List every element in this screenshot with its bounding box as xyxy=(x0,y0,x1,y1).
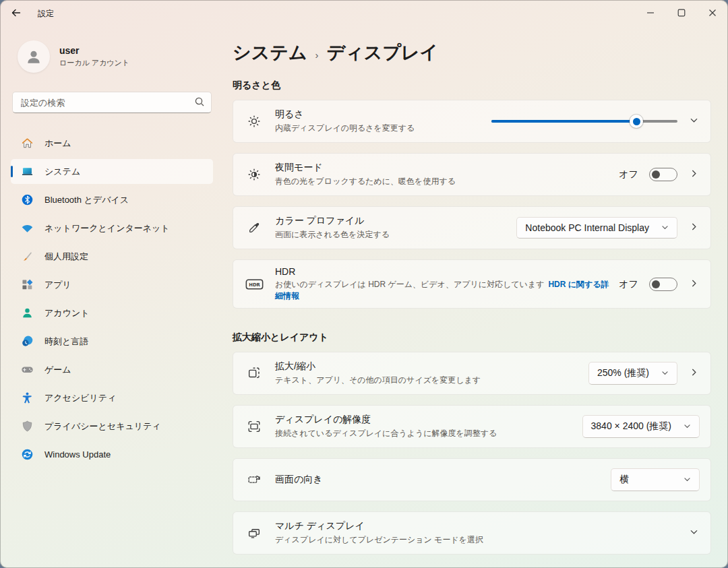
brightness-slider[interactable] xyxy=(491,115,677,128)
multi-display-title: マルチ ディスプレイ xyxy=(275,520,483,532)
multi-display-subtitle: ディスプレイに対してプレゼンテーション モードを選択 xyxy=(275,534,483,546)
section-title-brightness-color: 明るさと色 xyxy=(233,80,711,92)
settings-window: 設定 user ローカル アカウント xyxy=(0,0,728,568)
sidebar: user ローカル アカウント ホーム システム Bluetooth とデバイス xyxy=(0,27,224,568)
dropdown-value: Notebook PC Internal Display xyxy=(525,222,649,233)
maximize-button[interactable] xyxy=(666,0,697,27)
multi-display-row[interactable]: マルチ ディスプレイ ディスプレイに対してプレゼンテーション モードを選択 xyxy=(233,511,711,555)
sidebar-item-label: Windows Update xyxy=(44,449,111,460)
sidebar-item-windows-update[interactable]: Windows Update xyxy=(11,442,213,467)
night-light-navigate-button[interactable] xyxy=(688,168,700,181)
sidebar-item-apps[interactable]: アプリ xyxy=(11,272,213,297)
slider-thumb[interactable] xyxy=(630,115,643,128)
chevron-right-icon xyxy=(690,279,698,290)
toggle-knob xyxy=(652,170,660,179)
dropdown-value: 横 xyxy=(619,474,629,486)
window-controls xyxy=(635,0,728,27)
brightness-row[interactable]: 明るさ 内蔵ディスプレイの明るさを変更する xyxy=(233,100,711,143)
sidebar-item-label: 時刻と言語 xyxy=(44,336,88,348)
sidebar-item-label: システム xyxy=(44,166,80,178)
resolution-icon xyxy=(244,419,264,434)
color-profile-dropdown[interactable]: Notebook PC Internal Display xyxy=(516,217,677,239)
hdr-icon: HDR xyxy=(244,278,264,291)
hdr-navigate-button[interactable] xyxy=(688,278,700,291)
hdr-subtitle: お使いのディスプレイは HDR ゲーム、ビデオ、アプリに対応しています xyxy=(275,280,544,289)
scale-navigate-button[interactable] xyxy=(688,367,700,380)
sidebar-item-accounts[interactable]: アカウント xyxy=(11,301,213,325)
sidebar-item-system[interactable]: システム xyxy=(11,159,213,184)
home-icon xyxy=(20,137,34,150)
sidebar-item-label: 個人用設定 xyxy=(44,251,88,263)
night-light-toggle-label: オフ xyxy=(619,168,638,181)
chevron-down-icon xyxy=(684,474,691,485)
orientation-dropdown[interactable]: 横 xyxy=(611,468,700,491)
color-profile-icon xyxy=(244,220,264,235)
avatar xyxy=(18,40,50,73)
hdr-toggle-label: オフ xyxy=(619,278,638,290)
sidebar-item-gaming[interactable]: ゲーム xyxy=(11,357,213,382)
profile-name: user xyxy=(59,45,129,56)
page-title: ディスプレイ xyxy=(327,40,439,65)
orientation-title: 画面の向き xyxy=(275,474,323,486)
maximize-icon xyxy=(677,9,686,19)
color-profile-navigate-button[interactable] xyxy=(688,221,700,234)
night-light-subtitle: 青色の光をブロックするために、暖色を使用する xyxy=(275,176,456,187)
sidebar-item-label: ネットワークとインターネット xyxy=(44,222,170,234)
section-title-scale-layout: 拡大縮小とレイアウト xyxy=(233,332,711,344)
resolution-title: ディスプレイの解像度 xyxy=(275,414,497,426)
sidebar-item-network[interactable]: ネットワークとインターネット xyxy=(11,216,213,241)
night-light-row[interactable]: 夜間モード 青色の光をブロックするために、暖色を使用する オフ xyxy=(233,153,711,196)
titlebar: 設定 xyxy=(0,0,728,27)
sidebar-item-personalization[interactable]: 個人用設定 xyxy=(11,244,213,269)
back-button[interactable] xyxy=(4,3,28,24)
minimize-icon xyxy=(646,9,655,19)
orientation-row[interactable]: 画面の向き 横 xyxy=(233,458,711,501)
main-content: システム › ディスプレイ 明るさと色 明るさ 内蔵ディスプレイの明るさを変更す… xyxy=(233,27,711,568)
brightness-expand-button[interactable] xyxy=(688,115,700,128)
dropdown-value: 250% (推奨) xyxy=(597,367,649,379)
search-input[interactable] xyxy=(12,92,212,113)
multi-display-icon xyxy=(244,526,264,540)
scale-row[interactable]: 拡大/縮小 テキスト、アプリ、その他の項目のサイズを変更します 250% (推奨… xyxy=(233,352,711,395)
scale-dropdown[interactable]: 250% (推奨) xyxy=(588,362,677,385)
night-mode-icon xyxy=(244,167,264,182)
color-profile-row[interactable]: カラー プロファイル 画面に表示される色を決定する Notebook PC In… xyxy=(233,206,711,249)
sidebar-item-time-language[interactable]: 時刻と言語 xyxy=(11,329,213,354)
brightness-icon xyxy=(244,114,264,129)
chevron-down-icon xyxy=(661,222,669,233)
dropdown-value: 3840 × 2400 (推奨) xyxy=(591,420,671,433)
night-light-toggle[interactable] xyxy=(649,168,677,181)
breadcrumb-separator-icon: › xyxy=(315,45,319,61)
sidebar-nav: ホーム システム Bluetooth とデバイス ネットワークとインターネット … xyxy=(11,131,213,467)
sidebar-item-accessibility[interactable]: アクセシビリティ xyxy=(11,385,213,410)
close-icon xyxy=(708,9,717,19)
resolution-dropdown[interactable]: 3840 × 2400 (推奨) xyxy=(582,415,700,438)
resolution-row[interactable]: ディスプレイの解像度 接続されているディスプレイに合うように解像度を調整する 3… xyxy=(233,405,711,448)
resolution-subtitle: 接続されているディスプレイに合うように解像度を調整する xyxy=(275,428,497,439)
hdr-toggle[interactable] xyxy=(649,278,677,291)
sidebar-item-bluetooth[interactable]: Bluetooth とデバイス xyxy=(11,187,213,212)
accessibility-icon xyxy=(20,391,34,404)
brightness-subtitle: 内蔵ディスプレイの明るさを変更する xyxy=(275,123,415,134)
scale-icon xyxy=(244,366,264,381)
hdr-row[interactable]: HDR HDR お使いのディスプレイは HDR ゲーム、ビデオ、アプリに対応して… xyxy=(233,259,711,309)
sidebar-item-label: プライバシーとセキュリティ xyxy=(44,420,161,433)
chevron-down-icon xyxy=(684,421,691,432)
sidebar-item-privacy[interactable]: プライバシーとセキュリティ xyxy=(11,414,213,439)
sidebar-item-home[interactable]: ホーム xyxy=(11,131,213,156)
apps-icon xyxy=(20,278,34,291)
close-button[interactable] xyxy=(697,0,728,27)
slider-fill xyxy=(491,120,636,123)
minimize-button[interactable] xyxy=(635,0,666,27)
brightness-title: 明るさ xyxy=(275,108,415,121)
chevron-down-icon xyxy=(690,528,698,538)
breadcrumb-parent[interactable]: システム xyxy=(233,40,307,65)
gaming-icon xyxy=(20,364,34,375)
search-box xyxy=(12,92,212,113)
profile[interactable]: user ローカル アカウント xyxy=(18,40,213,73)
multi-display-expand-button[interactable] xyxy=(688,526,700,540)
hdr-title: HDR xyxy=(275,266,611,277)
sidebar-item-label: アプリ xyxy=(44,279,71,291)
chevron-down-icon xyxy=(690,116,698,127)
svg-text:HDR: HDR xyxy=(249,282,260,288)
